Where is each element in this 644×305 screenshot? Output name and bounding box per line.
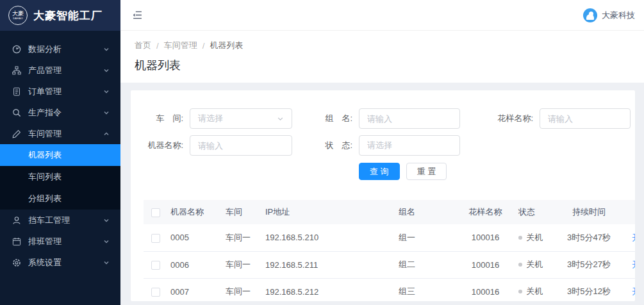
search-button[interactable]: 查 询 xyxy=(359,163,400,180)
chevron-down-icon xyxy=(103,46,110,53)
cell-workshop: 车间一 xyxy=(223,278,263,301)
chevron-down-icon xyxy=(103,238,110,245)
menu-fold-icon[interactable] xyxy=(132,10,143,21)
user-menu[interactable]: 大豪科技 xyxy=(583,8,635,22)
filter-group-name: 组 名: xyxy=(317,108,460,129)
reset-button[interactable]: 重 置 xyxy=(406,163,447,180)
sidebar-item-label: 生产指令 xyxy=(28,107,62,119)
cell-machine-name: 0005 xyxy=(168,224,223,251)
apartment-icon xyxy=(12,66,21,75)
status-dot xyxy=(518,290,522,293)
col-ip: IP地址 xyxy=(263,200,359,224)
power-on-link[interactable]: 开机 xyxy=(632,233,635,242)
cell-duration: 3时5分47秒 xyxy=(556,224,622,251)
filter-row-1: 车 间: 请选择 组 名: 花样名称: xyxy=(131,108,635,129)
sidebar-item-product-mgmt[interactable]: 产品管理 xyxy=(0,60,120,81)
sidebar-subitem-label: 车间列表 xyxy=(28,171,62,183)
page-header: 首页 / 车间管理 / 机器列表 机器列表 xyxy=(120,31,644,83)
group-name-label: 组 名: xyxy=(317,113,359,124)
col-group: 组名 xyxy=(359,200,455,224)
sidebar-item-schedule-mgmt[interactable]: 排班管理 xyxy=(0,231,120,252)
order-file-icon xyxy=(12,87,21,96)
app-title: 大豪智能工厂 xyxy=(33,8,103,23)
cell-group: 组二 xyxy=(359,251,455,278)
cell-machine-name: 0006 xyxy=(168,251,223,278)
breadcrumb-separator: / xyxy=(202,41,205,51)
sidebar-subitem-label: 分组列表 xyxy=(28,193,62,204)
chevron-down-icon xyxy=(277,115,284,122)
workshop-select[interactable]: 请选择 xyxy=(190,108,292,129)
power-on-link[interactable]: 开机 xyxy=(632,260,635,269)
select-all-checkbox[interactable] xyxy=(151,208,160,217)
power-on-link[interactable]: 开机 xyxy=(632,286,635,296)
cell-pattern: 100016 xyxy=(455,278,516,301)
chevron-up-icon xyxy=(103,131,110,137)
cell-workshop: 车间一 xyxy=(223,251,263,278)
row-checkbox[interactable] xyxy=(151,261,160,270)
col-actions: 操作 xyxy=(622,200,635,224)
status-label: 状 态: xyxy=(317,140,359,151)
sidebar-item-order-mgmt[interactable]: 订单管理 xyxy=(0,81,120,102)
breadcrumb-item-current: 机器列表 xyxy=(210,40,243,51)
status-badge: 关机 xyxy=(526,259,543,270)
sidebar-subitem-group-list[interactable]: 分组列表 xyxy=(0,188,120,210)
gear-icon xyxy=(12,258,21,267)
cell-group: 组三 xyxy=(359,278,455,301)
sidebar-item-production-order[interactable]: 生产指令 xyxy=(0,102,120,123)
pattern-name-field xyxy=(540,108,631,129)
sidebar-subitem-workshop-list[interactable]: 车间列表 xyxy=(0,166,120,188)
cell-workshop: 车间一 xyxy=(223,224,263,251)
sidebar-item-system-settings[interactable]: 系统设置 xyxy=(0,252,120,273)
sidebar-item-operator-mgmt[interactable]: 挡车工管理 xyxy=(0,210,120,231)
filter-workshop: 车 间: 请选择 xyxy=(145,108,292,129)
cell-machine-name: 0007 xyxy=(168,278,223,301)
cell-duration: 3时5分12秒 xyxy=(556,278,622,301)
table-row: 0005 车间一 192.168.5.210 组一 100016 关机 3时5分… xyxy=(144,224,635,251)
breadcrumb-item-home[interactable]: 首页 xyxy=(135,40,151,51)
filter-machine-name: 机器名称: xyxy=(145,135,292,156)
chevron-down-icon xyxy=(103,67,110,74)
logo-badge-subtext: DAHAO xyxy=(13,17,23,20)
user-name: 大豪科技 xyxy=(602,10,635,21)
col-machine-name: 机器名称 xyxy=(168,200,223,224)
sidebar-item-data-analysis[interactable]: 数据分析 xyxy=(0,38,120,60)
status-dot xyxy=(518,236,522,240)
group-name-input[interactable] xyxy=(367,114,452,124)
machine-name-label: 机器名称: xyxy=(145,140,190,151)
status-dot xyxy=(518,263,522,267)
row-checkbox[interactable] xyxy=(151,234,160,243)
status-select[interactable]: 请选择 xyxy=(359,135,460,156)
table-row: 0006 车间一 192.168.5.211 组二 100016 关机 3时5分… xyxy=(144,251,635,278)
cell-pattern: 100016 xyxy=(455,251,516,278)
chevron-down-icon xyxy=(103,217,110,224)
row-checkbox[interactable] xyxy=(151,288,160,297)
filter-row-2: 机器名称: 状 态: 请选择 xyxy=(131,135,635,156)
cell-ip: 192.168.5.211 xyxy=(263,251,359,278)
sidebar-item-label: 系统设置 xyxy=(28,257,62,268)
filter-pattern-name: 花样名称: xyxy=(492,108,631,129)
status-badge: 关机 xyxy=(526,232,543,243)
content-area: 车 间: 请选择 组 名: 花样名称: xyxy=(120,83,644,305)
sidebar-subitem-machine-list[interactable]: 机器列表 xyxy=(0,144,120,166)
sidebar-item-label: 车间管理 xyxy=(28,128,62,140)
sidebar-item-workshop-mgmt[interactable]: 车间管理 xyxy=(0,123,120,144)
avatar xyxy=(583,8,597,22)
main-area: 大豪科技 首页 / 车间管理 / 机器列表 机器列表 车 间: 请选择 xyxy=(120,0,644,305)
machine-list-card: 车 间: 请选择 组 名: 花样名称: xyxy=(131,90,635,301)
cell-ip: 192.168.5.212 xyxy=(263,278,359,301)
cell-pattern: 100016 xyxy=(455,224,516,251)
sidebar-item-label: 产品管理 xyxy=(28,65,62,76)
col-pattern: 花样名称 xyxy=(455,200,516,224)
chevron-down-icon xyxy=(103,88,110,95)
tool-icon xyxy=(12,129,21,138)
cell-duration: 3时5分27秒 xyxy=(556,251,622,278)
chevron-down-icon xyxy=(103,110,110,116)
pattern-name-input[interactable] xyxy=(548,114,622,124)
sidebar-item-label: 数据分析 xyxy=(28,44,62,55)
col-duration: 持续时间 xyxy=(556,200,622,224)
search-icon xyxy=(12,108,21,117)
status-badge: 关机 xyxy=(526,286,543,297)
breadcrumb-item-workshop[interactable]: 车间管理 xyxy=(164,40,197,51)
machine-name-input[interactable] xyxy=(198,141,284,151)
sidebar-subitem-label: 机器列表 xyxy=(28,149,62,161)
